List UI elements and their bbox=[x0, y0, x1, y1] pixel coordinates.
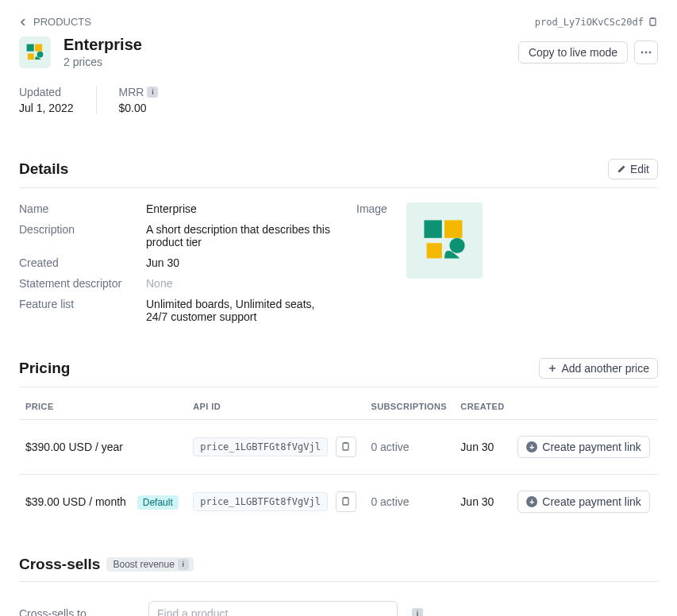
svg-point-7 bbox=[645, 51, 648, 53]
created-value: Jun 30 bbox=[146, 256, 337, 269]
col-price: PRICE bbox=[19, 394, 187, 420]
svg-rect-12 bbox=[427, 243, 442, 258]
plus-circle-icon: + bbox=[526, 496, 537, 507]
col-subs: SUBSCRIPTIONS bbox=[364, 394, 454, 420]
svg-point-8 bbox=[649, 51, 652, 53]
clipboard-icon bbox=[648, 17, 658, 27]
clipboard-icon bbox=[341, 442, 351, 452]
svg-rect-1 bbox=[652, 17, 654, 19]
subscriptions-count: 0 active bbox=[364, 420, 454, 475]
svg-point-11 bbox=[449, 238, 464, 253]
details-section-title: Details bbox=[19, 160, 68, 178]
api-id[interactable]: price_1LGBTFGt8fVgVjl bbox=[193, 437, 328, 456]
boost-revenue-badge: Boost revenue i bbox=[106, 557, 193, 572]
table-row[interactable]: $39.00 USD / month Default price_1LGBTFG… bbox=[19, 475, 658, 529]
name-label: Name bbox=[19, 202, 146, 215]
copy-api-button[interactable] bbox=[336, 491, 356, 512]
arrow-left-icon bbox=[19, 17, 29, 27]
svg-rect-13 bbox=[343, 443, 348, 450]
edit-button[interactable]: Edit bbox=[608, 159, 658, 179]
more-actions-button[interactable] bbox=[634, 40, 658, 64]
subscriptions-count: 0 active bbox=[364, 475, 454, 529]
create-payment-link-button[interactable]: + Create payment link bbox=[517, 491, 650, 513]
info-icon[interactable]: i bbox=[412, 608, 423, 616]
product-id-display[interactable]: prod_Ly7iOKvCSc20df bbox=[535, 17, 658, 28]
create-link-label: Create payment link bbox=[542, 441, 641, 453]
default-badge: Default bbox=[137, 495, 179, 510]
updated-value: Jul 1, 2022 bbox=[19, 102, 74, 114]
svg-rect-16 bbox=[344, 497, 347, 499]
page-subtitle: 2 prices bbox=[63, 56, 142, 68]
price-amount: $39.00 USD / month bbox=[25, 495, 126, 508]
svg-rect-9 bbox=[424, 220, 441, 237]
mrr-value: $0.00 bbox=[119, 102, 159, 114]
add-price-label: Add another price bbox=[561, 362, 649, 375]
col-created: CREATED bbox=[454, 394, 511, 420]
description-value: A short description that describes this … bbox=[146, 223, 337, 248]
pencil-icon bbox=[617, 164, 626, 174]
product-image bbox=[406, 202, 483, 279]
create-link-label: Create payment link bbox=[542, 495, 641, 508]
plus-circle-icon: + bbox=[526, 441, 537, 452]
info-icon[interactable]: i bbox=[147, 87, 158, 98]
copy-to-live-button[interactable]: Copy to live mode bbox=[518, 41, 628, 64]
product-id-text: prod_Ly7iOKvCSc20df bbox=[535, 17, 644, 28]
edit-button-label: Edit bbox=[630, 163, 649, 175]
created-label: Created bbox=[19, 256, 146, 269]
page-title: Enterprise bbox=[63, 36, 142, 54]
image-label: Image bbox=[356, 202, 387, 331]
product-avatar bbox=[19, 37, 51, 68]
updated-label: Updated bbox=[19, 86, 74, 98]
cross-sells-input[interactable] bbox=[148, 601, 398, 616]
svg-point-6 bbox=[641, 51, 644, 53]
cross-sells-title: Cross-sells bbox=[19, 556, 100, 573]
boost-revenue-text: Boost revenue bbox=[113, 559, 174, 570]
col-api: API ID bbox=[187, 394, 364, 420]
cross-sells-label: Cross-sells to bbox=[19, 607, 134, 616]
feature-label: Feature list bbox=[19, 298, 146, 323]
table-row[interactable]: $390.00 USD / year price_1LGBTFGt8fVgVjl… bbox=[19, 420, 658, 475]
price-amount: $390.00 USD / year bbox=[25, 441, 123, 453]
description-label: Description bbox=[19, 223, 146, 248]
mrr-label: MRR bbox=[119, 86, 144, 98]
pricing-table: PRICE API ID SUBSCRIPTIONS CREATED $390.… bbox=[19, 394, 658, 529]
more-horizontal-icon bbox=[640, 51, 652, 54]
svg-rect-10 bbox=[444, 220, 462, 237]
svg-rect-3 bbox=[35, 44, 42, 51]
api-id[interactable]: price_1LGBTFGt8fVgVjl bbox=[193, 492, 328, 511]
svg-rect-0 bbox=[650, 18, 656, 25]
svg-rect-15 bbox=[343, 498, 348, 505]
copy-api-button[interactable] bbox=[336, 437, 356, 457]
svg-point-4 bbox=[37, 51, 44, 57]
back-to-products[interactable]: PRODUCTS bbox=[19, 16, 91, 28]
statement-value: None bbox=[146, 277, 337, 290]
plus-icon bbox=[548, 364, 557, 373]
name-value: Enterprise bbox=[146, 202, 337, 215]
price-created: Jun 30 bbox=[454, 420, 511, 475]
breadcrumb-text: PRODUCTS bbox=[33, 16, 91, 28]
statement-label: Statement descriptor bbox=[19, 277, 146, 290]
info-icon[interactable]: i bbox=[178, 559, 189, 570]
price-created: Jun 30 bbox=[454, 475, 511, 529]
svg-rect-5 bbox=[28, 53, 34, 60]
add-price-button[interactable]: Add another price bbox=[539, 358, 658, 379]
svg-rect-2 bbox=[27, 44, 34, 51]
svg-rect-14 bbox=[344, 442, 347, 444]
pricing-section-title: Pricing bbox=[19, 360, 70, 377]
feature-value: Unlimited boards, Unlimited seats, 24/7 … bbox=[146, 298, 337, 323]
clipboard-icon bbox=[341, 497, 351, 506]
create-payment-link-button[interactable]: + Create payment link bbox=[517, 436, 650, 458]
